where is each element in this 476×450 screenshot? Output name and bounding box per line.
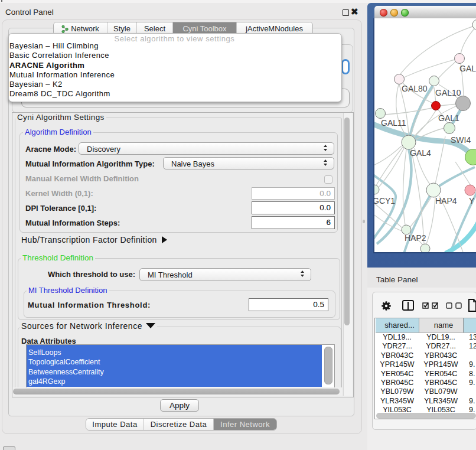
svg-text:GAL7: GAL7	[459, 64, 476, 73]
svg-text:SWI4: SWI4	[451, 135, 471, 145]
svg-text:GCY1: GCY1	[374, 196, 395, 206]
svg-text:GAL1: GAL1	[438, 113, 459, 123]
svg-text:GAL10: GAL10	[435, 88, 461, 97]
svg-text:HAP2: HAP2	[405, 233, 426, 243]
svg-text:Y: Y	[469, 196, 475, 206]
svg-text:GAL80: GAL80	[402, 84, 428, 93]
svg-text:GAL4: GAL4	[410, 148, 431, 158]
svg-text:GAL11: GAL11	[381, 118, 406, 128]
svg-text:HAP4: HAP4	[435, 196, 457, 206]
